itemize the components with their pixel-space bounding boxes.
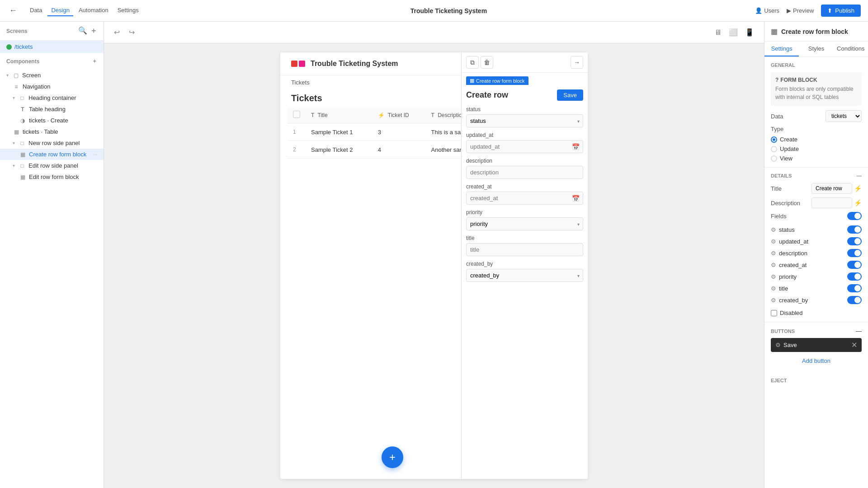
form-block-content: Create row Save status status: [462, 85, 588, 291]
tab-data[interactable]: Data: [26, 5, 46, 16]
field-toggle-description[interactable]: [847, 249, 862, 257]
search-icon[interactable]: 🔍: [78, 26, 87, 36]
mobile-view-button[interactable]: 📱: [742, 26, 757, 38]
gear-icon[interactable]: ⚙: [771, 250, 776, 257]
view-buttons: 🖥 ⬜ 📱: [712, 26, 757, 38]
field-status-select[interactable]: status: [466, 114, 583, 127]
right-panel-header: ▦ Create row form block: [764, 22, 868, 42]
field-toggle-updated_at[interactable]: [847, 237, 862, 245]
delete-button[interactable]: 🗑: [481, 56, 493, 69]
tree-item-navigation[interactable]: ≡ Navigation: [0, 81, 104, 92]
col-checkbox: [288, 107, 306, 123]
gear-icon[interactable]: ⚙: [771, 273, 776, 280]
tree-item-edit-row-form-block[interactable]: ▦ Edit row form block: [0, 171, 104, 183]
field-description-input[interactable]: [466, 166, 583, 179]
close-panel-button[interactable]: →: [571, 56, 583, 69]
fields-toggle[interactable]: [847, 212, 862, 220]
radio-update[interactable]: Update: [771, 145, 862, 152]
canvas-toolbar: ↩ ↪ 🖥 ⬜ 📱: [104, 22, 764, 43]
lightning-icon-2[interactable]: ⚡: [854, 199, 862, 206]
field-item: ⚙ priority: [771, 271, 862, 282]
desc-icon: T: [431, 112, 434, 118]
general-label: GENERAL: [771, 62, 862, 68]
copy-button[interactable]: ⧉: [466, 56, 479, 69]
fields-label: Fields: [771, 213, 787, 220]
tree-item-tickets-create[interactable]: ◑ tickets · Create: [0, 115, 104, 126]
tab-design[interactable]: Design: [47, 5, 73, 16]
field-created-by-select[interactable]: created_by: [466, 269, 583, 282]
tree-item-edit-row-side-panel[interactable]: ▾ □ Edit row side panel: [0, 160, 104, 171]
tree-item-table-heading[interactable]: T Table heading: [0, 103, 104, 115]
components-section: Components ＋ ▾ ▢ Screen ≡ Navigation ▾ □…: [0, 53, 104, 488]
description-label: Description: [771, 200, 800, 206]
collapse-buttons-icon[interactable]: —: [856, 328, 862, 334]
tree-label: Screen: [22, 72, 41, 79]
form-save-button[interactable]: Save: [557, 89, 583, 101]
publish-button[interactable]: ⬆ Publish: [821, 5, 861, 17]
tree-item-tickets-table[interactable]: ▦ tickets · Table: [0, 126, 104, 137]
field-title-input[interactable]: [466, 243, 583, 256]
form-title: Create row: [466, 90, 508, 100]
field-toggle-created_at[interactable]: [847, 261, 862, 269]
gear-icon[interactable]: ⚙: [771, 262, 776, 268]
redo-button[interactable]: ↪: [126, 26, 137, 38]
undo-button[interactable]: ↩: [111, 26, 123, 38]
field-label-description: description: [466, 158, 583, 164]
tab-settings[interactable]: Settings: [764, 42, 799, 56]
row-num: 2: [288, 141, 306, 159]
users-button[interactable]: 👤 Users: [755, 7, 779, 14]
tree-item-screen[interactable]: ▾ ▢ Screen: [0, 70, 104, 81]
tab-automation[interactable]: Automation: [75, 5, 112, 16]
field-toggle-created_by[interactable]: [847, 296, 862, 304]
field-group-title: title: [466, 235, 583, 256]
screen-item-tickets[interactable]: /tickets: [0, 41, 104, 53]
gear-icon[interactable]: ⚙: [775, 342, 781, 348]
gear-icon[interactable]: ⚙: [771, 297, 776, 304]
gear-icon[interactable]: ⚙: [771, 238, 776, 245]
lightning-icon[interactable]: ⚡: [854, 185, 862, 192]
desktop-view-button[interactable]: 🖥: [712, 26, 724, 38]
field-created-at-input[interactable]: [466, 192, 583, 205]
logo-pink: [299, 61, 305, 67]
preview-button[interactable]: ▶ Preview: [787, 7, 814, 14]
tab-conditions[interactable]: Conditions: [834, 42, 868, 56]
radio-create[interactable]: Create: [771, 136, 862, 143]
add-button-link[interactable]: Add button: [771, 355, 862, 367]
tablet-view-button[interactable]: ⬜: [726, 26, 741, 38]
title-label: Title: [771, 185, 782, 192]
side-panel-overlay: ⧉ 🗑 → ▦ Create row form block Create row: [461, 52, 588, 479]
tree-item-new-row-side-panel[interactable]: ▾ □ New row side panel: [0, 137, 104, 149]
disabled-checkbox[interactable]: [771, 310, 777, 316]
title-input[interactable]: [811, 183, 852, 194]
data-select[interactable]: tickets: [826, 110, 862, 122]
radio-view[interactable]: View: [771, 155, 862, 162]
gear-icon[interactable]: ⚙: [771, 285, 776, 292]
tab-styles[interactable]: Styles: [799, 42, 833, 56]
save-close-button[interactable]: ✕: [851, 341, 857, 349]
collapse-icon[interactable]: —: [857, 173, 862, 178]
more-options-icon[interactable]: ···: [93, 152, 97, 157]
field-toggle-status[interactable]: [847, 225, 862, 234]
tab-settings[interactable]: Settings: [114, 5, 142, 16]
gear-icon[interactable]: ⚙: [771, 226, 776, 233]
back-button[interactable]: ←: [7, 4, 19, 17]
type-radio-group: Create Update View: [771, 136, 862, 162]
field-priority-select[interactable]: priority: [466, 217, 583, 230]
fab-button[interactable]: +: [382, 446, 403, 468]
field-updated-at-input[interactable]: [466, 140, 583, 153]
form-block-info-text: Form blocks are only compatible with int…: [775, 85, 857, 101]
form-block-icon: ▦: [470, 78, 474, 84]
add-component-icon[interactable]: ＋: [92, 57, 97, 65]
details-label: DETAILS —: [771, 173, 862, 178]
field-name: created_by: [779, 297, 844, 304]
select-all-checkbox[interactable]: [293, 111, 300, 118]
right-panel: ▦ Create row form block Settings Styles …: [764, 22, 868, 488]
add-screen-icon[interactable]: ＋: [90, 26, 97, 36]
text-icon: T: [19, 106, 26, 113]
field-toggle-priority[interactable]: [847, 272, 862, 281]
description-input[interactable]: [811, 197, 852, 208]
field-toggle-title[interactable]: [847, 284, 862, 292]
left-sidebar: Screens 🔍 ＋ /tickets Components ＋ ▾ ▢ Sc…: [0, 22, 104, 488]
tree-item-create-row-form-block[interactable]: ▦ Create row form block ···: [0, 149, 104, 160]
tree-item-heading-container[interactable]: ▾ □ Heading container: [0, 92, 104, 103]
